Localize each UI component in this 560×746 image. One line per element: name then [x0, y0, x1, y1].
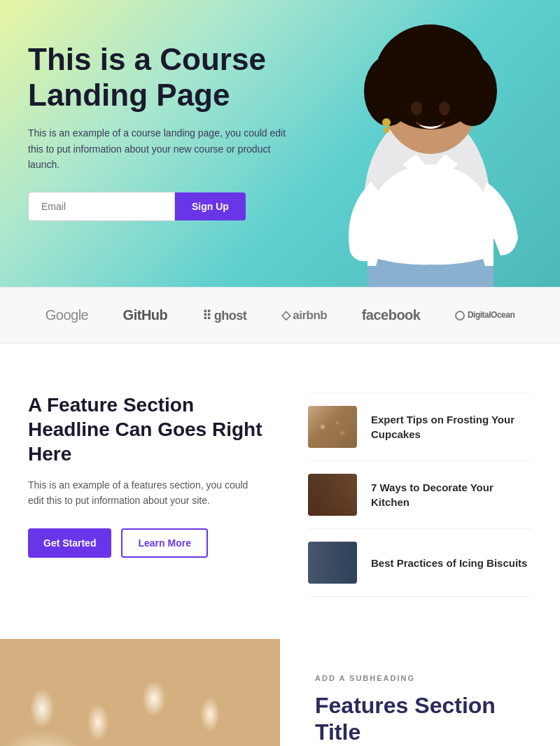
- logo-ghost: ⠿ ghost: [202, 308, 247, 323]
- bottom-subheading: ADD A SUBHEADING: [315, 674, 525, 682]
- svg-point-29: [108, 731, 112, 736]
- svg-point-28: [106, 733, 118, 745]
- svg-rect-7: [368, 266, 493, 287]
- svg-rect-10: [0, 639, 280, 746]
- features-description: This is an example of a features section…: [28, 477, 266, 509]
- svg-point-8: [382, 118, 391, 127]
- logo-google: Google: [46, 307, 89, 323]
- article-item: Expert Tips on Frosting Your Cupcakes: [308, 393, 532, 461]
- svg-point-40: [181, 722, 184, 726]
- svg-point-38: [173, 726, 184, 737]
- article-title-1: Expert Tips on Frosting Your Cupcakes: [371, 412, 532, 442]
- logos-section: Google GitHub ⠿ ghost ◇ airbnb facebook …: [0, 287, 560, 344]
- svg-point-4: [448, 56, 497, 126]
- features-section: A Feature Section Headline Can Goes Righ…: [0, 344, 560, 639]
- bottom-content: ADD A SUBHEADING Features Section Title …: [280, 639, 560, 746]
- svg-point-44: [234, 729, 249, 745]
- svg-point-9: [384, 127, 389, 133]
- hero-description: This is an example of a course landing p…: [28, 125, 287, 172]
- article-thumbnail-3: [308, 542, 357, 584]
- svg-rect-46: [237, 726, 246, 729]
- article-title-3: Best Practices of Icing Biscuits: [371, 556, 527, 570]
- article-item: Best Practices of Icing Biscuits: [308, 529, 532, 597]
- logo-github: GitHub: [123, 307, 168, 323]
- article-title-2: 7 Ways to Decorate Your Kitchen: [371, 480, 532, 509]
- svg-point-6: [439, 101, 450, 115]
- logo-digitalocean: DigitalOcean: [455, 310, 514, 321]
- article-thumbnail-1: [308, 406, 357, 448]
- bottom-section: ADD A SUBHEADING Features Section Title …: [0, 639, 560, 746]
- svg-rect-31: [107, 729, 117, 732]
- svg-point-27: [103, 730, 121, 746]
- learn-more-button[interactable]: Learn More: [121, 528, 207, 558]
- bottom-image: [0, 639, 280, 746]
- article-thumbnail-2: [308, 474, 357, 516]
- cupcakes-illustration: [0, 639, 280, 746]
- features-buttons: Get Started Learn More: [28, 528, 266, 558]
- features-headline: A Feature Section Headline Can Goes Righ…: [28, 393, 266, 466]
- digitalocean-icon: [455, 311, 465, 321]
- logo-facebook: facebook: [362, 307, 421, 323]
- email-field[interactable]: [28, 192, 175, 221]
- svg-point-5: [411, 101, 422, 115]
- hero-content: This is a Course Landing Page This is an…: [28, 42, 322, 221]
- hero-section: This is a Course Landing Page This is an…: [0, 0, 560, 287]
- svg-point-17: [34, 722, 50, 738]
- svg-point-19: [36, 722, 41, 726]
- signup-button[interactable]: Sign Up: [175, 192, 246, 220]
- svg-point-18: [36, 724, 48, 736]
- svg-rect-41: [174, 721, 183, 724]
- svg-rect-11: [0, 639, 280, 746]
- hero-title: This is a Course Landing Page: [28, 42, 322, 113]
- svg-point-30: [115, 730, 118, 733]
- svg-point-3: [364, 56, 413, 126]
- svg-point-20: [44, 720, 48, 724]
- bottom-title: Features Section Title: [315, 692, 525, 746]
- article-item: 7 Ways to Decorate Your Kitchen: [308, 461, 532, 529]
- svg-point-37: [170, 723, 187, 740]
- svg-point-39: [174, 724, 178, 728]
- get-started-button[interactable]: Get Started: [28, 528, 111, 558]
- svg-point-45: [237, 729, 241, 733]
- features-right: Expert Tips on Frosting Your Cupcakes 7 …: [308, 393, 532, 597]
- logo-airbnb: ◇ airbnb: [281, 308, 328, 323]
- hero-form: Sign Up: [28, 192, 322, 221]
- features-left: A Feature Section Headline Can Goes Righ…: [28, 393, 266, 558]
- svg-rect-21: [36, 719, 48, 723]
